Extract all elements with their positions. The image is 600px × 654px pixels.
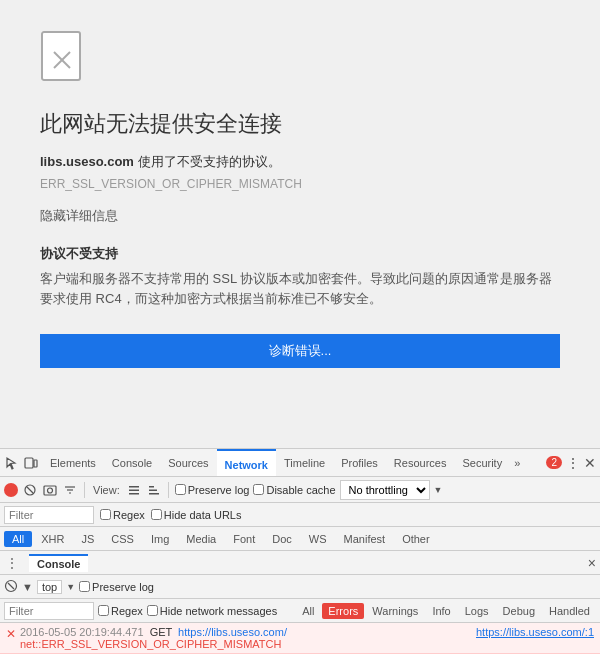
toolbar-separator-2 <box>168 482 169 498</box>
toolbar-separator-1 <box>84 482 85 498</box>
error-domain: libs.useso.com 使用了不受支持的协议。 <box>40 153 560 171</box>
console-filter-warnings[interactable]: Warnings <box>366 603 424 619</box>
console-context-top: top <box>37 580 62 594</box>
svg-rect-17 <box>149 489 157 491</box>
tab-elements[interactable]: Elements <box>42 449 104 477</box>
regex-checkbox[interactable] <box>100 509 111 520</box>
devtools-right-icons: 2 ⋮ ✕ <box>544 455 596 471</box>
console-context-arrow[interactable]: ▼ <box>66 582 75 592</box>
console-filter-bar: Regex Hide network messages All Errors W… <box>0 599 600 623</box>
devtools-menu-btn[interactable]: ⋮ <box>566 455 580 471</box>
disable-cache-text: Disable cache <box>266 484 335 496</box>
console-hide-network-label[interactable]: Hide network messages <box>147 605 277 617</box>
capture-btn[interactable] <box>42 482 58 498</box>
preserve-log-checkbox[interactable] <box>175 484 186 495</box>
hide-data-urls-text: Hide data URLs <box>164 509 242 521</box>
regex-text: Regex <box>113 509 145 521</box>
protocol-text: 客户端和服务器不支持常用的 SSL 协议版本或加密套件。导致此问题的原因通常是服… <box>40 269 560 308</box>
error-title: 此网站无法提供安全连接 <box>40 109 560 139</box>
type-tab-manifest[interactable]: Manifest <box>336 531 394 547</box>
type-tab-all[interactable]: All <box>4 531 32 547</box>
svg-rect-15 <box>129 493 139 495</box>
tab-security[interactable]: Security <box>454 449 510 477</box>
type-tab-xhr[interactable]: XHR <box>33 531 72 547</box>
error-domain-suffix: 使用了不受支持的协议。 <box>134 154 281 169</box>
waterfall-view-btn[interactable] <box>146 482 162 498</box>
error-net-error: net::ERR_SSL_VERSION_OR_CIPHER_MISMATCH <box>20 638 281 650</box>
type-tabs-bar: All XHR JS CSS Img Media Font Doc WS Man… <box>0 527 600 551</box>
error-method: GET <box>150 626 175 638</box>
console-menu-icon[interactable]: ⋮ <box>4 555 20 571</box>
error-page-icon <box>40 30 560 109</box>
console-filter-debug[interactable]: Debug <box>497 603 541 619</box>
devtools-close-btn[interactable]: ✕ <box>584 455 596 471</box>
svg-rect-4 <box>25 458 33 468</box>
record-btn[interactable] <box>4 483 18 497</box>
svg-rect-14 <box>129 489 139 491</box>
type-tab-other[interactable]: Other <box>394 531 438 547</box>
tab-console[interactable]: Console <box>104 449 160 477</box>
svg-rect-18 <box>149 493 159 495</box>
throttle-chevron: ▼ <box>434 485 443 495</box>
error-code: ERR_SSL_VERSION_OR_CIPHER_MISMATCH <box>40 177 560 191</box>
error-log-icon: ✕ <box>6 627 16 641</box>
console-preserve-log-checkbox[interactable] <box>79 581 90 592</box>
console-stop-icon[interactable] <box>4 579 18 595</box>
console-preserve-log-text: Preserve log <box>92 581 154 593</box>
console-regex-label[interactable]: Regex <box>98 605 143 617</box>
disable-cache-checkbox[interactable] <box>253 484 264 495</box>
console-filter-errors[interactable]: Errors <box>322 603 364 619</box>
hide-data-urls-checkbox[interactable] <box>151 509 162 520</box>
error-url-link[interactable]: https://libs.useso.com/ <box>178 626 287 638</box>
error-domain-name: libs.useso.com <box>40 154 134 169</box>
console-regex-text: Regex <box>111 605 143 617</box>
throttle-select[interactable]: No throttling <box>340 480 430 500</box>
tab-sources[interactable]: Sources <box>160 449 216 477</box>
diagnose-button[interactable]: 诊断错误... <box>40 334 560 368</box>
console-filter-icon[interactable]: ▼ <box>22 581 33 593</box>
svg-rect-8 <box>44 486 56 495</box>
console-header: ⋮ Console × <box>0 551 600 575</box>
console-regex-checkbox[interactable] <box>98 605 109 616</box>
regex-label[interactable]: Regex <box>100 509 145 521</box>
tab-profiles[interactable]: Profiles <box>333 449 386 477</box>
console-filter-input[interactable] <box>4 602 94 620</box>
more-tabs-btn[interactable]: » <box>510 457 524 469</box>
console-hide-network-checkbox[interactable] <box>147 605 158 616</box>
console-filter-all[interactable]: All <box>296 603 320 619</box>
toggle-details-btn[interactable]: 隐藏详细信息 <box>40 207 560 225</box>
clear-btn[interactable] <box>22 482 38 498</box>
svg-line-7 <box>27 487 33 493</box>
type-tab-ws[interactable]: WS <box>301 531 335 547</box>
type-tab-js[interactable]: JS <box>73 531 102 547</box>
devtools-panel: Elements Console Sources Network Timelin… <box>0 448 600 654</box>
type-tab-media[interactable]: Media <box>178 531 224 547</box>
list-view-btn[interactable] <box>126 482 142 498</box>
tab-network[interactable]: Network <box>217 449 276 477</box>
console-close-btn[interactable]: × <box>588 555 596 571</box>
tab-timeline[interactable]: Timeline <box>276 449 333 477</box>
disable-cache-label[interactable]: Disable cache <box>253 484 335 496</box>
type-tab-font[interactable]: Font <box>225 531 263 547</box>
tab-resources[interactable]: Resources <box>386 449 455 477</box>
view-label: View: <box>91 484 122 496</box>
error-badge: 2 <box>546 456 562 469</box>
hide-data-urls-label[interactable]: Hide data URLs <box>151 509 242 521</box>
network-toolbar: View: Preserve log Disable cache No thro… <box>0 477 600 503</box>
console-filter-handled[interactable]: Handled <box>543 603 596 619</box>
type-tab-img[interactable]: Img <box>143 531 177 547</box>
console-toolbar: ▼ top ▼ Preserve log <box>0 575 600 599</box>
filter-input[interactable] <box>4 506 94 524</box>
type-tab-doc[interactable]: Doc <box>264 531 300 547</box>
error-log-text: 2016-05-05 20:19:44.471 GET https://libs… <box>20 626 472 650</box>
error-log-source[interactable]: https://libs.useso.com/:1 <box>476 626 594 638</box>
preserve-log-label[interactable]: Preserve log <box>175 484 250 496</box>
console-filter-info[interactable]: Info <box>426 603 456 619</box>
console-filter-logs[interactable]: Logs <box>459 603 495 619</box>
console-tab-title[interactable]: Console <box>29 554 88 572</box>
type-tab-css[interactable]: CSS <box>103 531 142 547</box>
inspect-icon[interactable] <box>4 455 20 471</box>
console-preserve-log-label[interactable]: Preserve log <box>79 581 154 593</box>
filter-btn[interactable] <box>62 482 78 498</box>
device-icon[interactable] <box>23 455 39 471</box>
